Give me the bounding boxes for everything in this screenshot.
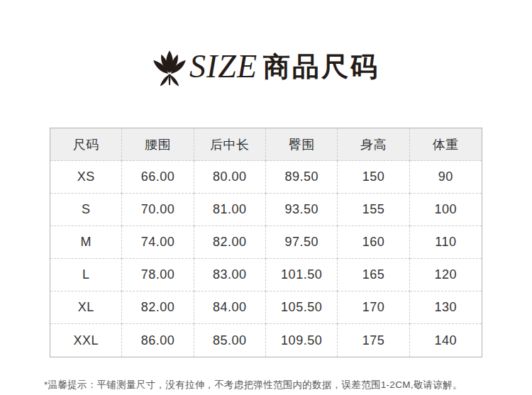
cell-height: 155: [338, 194, 409, 226]
cell-size: XL: [50, 291, 122, 324]
cell-hip: 93.50: [266, 194, 338, 226]
cell-size: M: [50, 226, 122, 259]
col-header-height: 身高: [338, 128, 409, 161]
col-header-hip: 臀围: [266, 128, 338, 161]
cell-back-length: 84.00: [194, 291, 266, 324]
table-row-xl: XL 82.00 84.00 105.50 170 130: [50, 291, 482, 324]
cell-weight: 140: [410, 324, 482, 357]
cell-back-length: 85.00: [194, 324, 266, 357]
col-header-weight: 体重: [410, 128, 482, 161]
table-row-s: S 70.00 81.00 93.50 155 100: [50, 194, 482, 226]
cell-hip: 105.50: [266, 291, 338, 324]
header-row: 尺码 腰围 后中长 臀围 身高 体重: [50, 128, 482, 161]
cell-hip: 101.50: [266, 259, 338, 291]
cell-size: S: [50, 194, 122, 226]
cell-hip: 97.50: [266, 226, 338, 259]
cell-back-length: 80.00: [194, 161, 266, 194]
size-table: 尺码 腰围 后中长 臀围 身高 体重 XS 66.00 80.00 89.50 …: [50, 128, 482, 357]
cell-hip: 89.50: [266, 161, 338, 194]
cell-size: L: [50, 259, 122, 291]
cell-waist: 70.00: [122, 194, 194, 226]
col-header-waist: 腰围: [122, 128, 194, 161]
title-text: 商品尺码: [263, 53, 379, 80]
cell-weight: 110: [410, 226, 482, 259]
cell-height: 165: [338, 259, 409, 291]
cell-weight: 90: [410, 161, 482, 194]
cell-weight: 120: [410, 259, 482, 291]
cell-size: XS: [50, 161, 122, 194]
cell-weight: 100: [410, 194, 482, 226]
cell-height: 160: [338, 226, 409, 259]
table-row-l: L 78.00 83.00 101.50 165 120: [50, 259, 482, 291]
cell-waist: 74.00: [122, 226, 194, 259]
lotus-flower-icon: [153, 48, 187, 88]
col-header-back-length: 后中长: [194, 128, 266, 161]
size-table-header: 尺码 腰围 后中长 臀围 身高 体重: [50, 128, 482, 161]
cell-back-length: 82.00: [194, 226, 266, 259]
cell-hip: 109.50: [266, 324, 338, 357]
cell-height: 175: [338, 324, 409, 357]
cell-back-length: 81.00: [194, 194, 266, 226]
cell-waist: 66.00: [122, 161, 194, 194]
title-size-word: SIZE: [189, 50, 257, 83]
cell-waist: 78.00: [122, 259, 194, 291]
cell-waist: 86.00: [122, 324, 194, 357]
cell-height: 170: [338, 291, 409, 324]
table-row-xs: XS 66.00 80.00 89.50 150 90: [50, 161, 482, 194]
col-header-size: 尺码: [50, 128, 122, 161]
cell-weight: 130: [410, 291, 482, 324]
cell-back-length: 83.00: [194, 259, 266, 291]
page-title: SIZE 商品尺码: [0, 43, 532, 91]
size-table-body: XS 66.00 80.00 89.50 150 90 S 70.00 81.0…: [50, 161, 482, 357]
cell-waist: 82.00: [122, 291, 194, 324]
cell-size: XXL: [50, 324, 122, 357]
footnote: *温馨提示：平铺测量尺寸，没有拉伸，不考虑把弹性范围内的数据，误差范围1-2CM…: [44, 379, 462, 391]
cell-height: 150: [338, 161, 409, 194]
table-row-xxl: XXL 86.00 85.00 109.50 175 140: [50, 324, 482, 357]
table-row-m: M 74.00 82.00 97.50 160 110: [50, 226, 482, 259]
